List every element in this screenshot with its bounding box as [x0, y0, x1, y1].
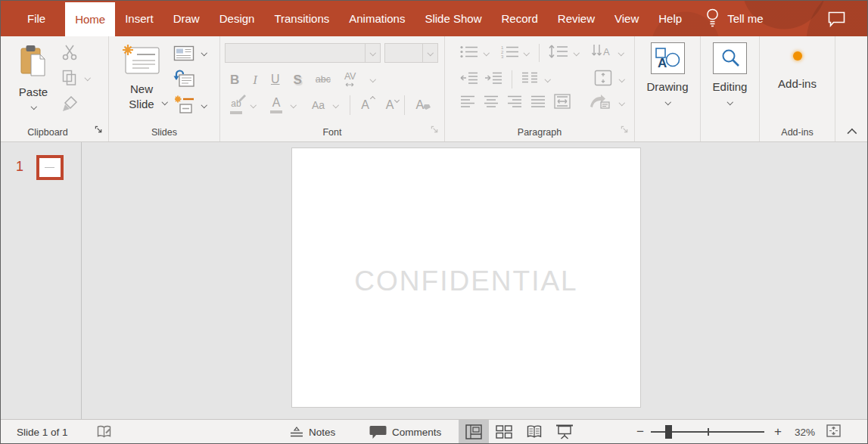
slide[interactable]: CONFIDENTIAL — [291, 147, 641, 408]
tab-help[interactable]: Help — [649, 1, 692, 36]
notes-label: Notes — [309, 427, 335, 438]
convert-to-smartart-button[interactable] — [589, 94, 610, 112]
slide-thumbnail[interactable] — [36, 155, 64, 180]
increase-indent-button[interactable] — [484, 71, 502, 88]
collapse-ribbon-chevron[interactable] — [847, 129, 857, 135]
section-dropdown-chevron[interactable] — [201, 103, 207, 107]
decrease-font-size-button[interactable]: A — [386, 99, 394, 111]
change-case-button[interactable]: Aa — [312, 100, 325, 110]
character-spacing-button[interactable]: AV — [344, 72, 356, 87]
highlight-chevron[interactable] — [250, 103, 257, 107]
columns-button[interactable] — [521, 71, 538, 88]
strikethrough-button[interactable]: abc — [316, 75, 331, 85]
paste-dropdown-chevron[interactable] — [30, 104, 37, 109]
align-text-chevron[interactable] — [618, 77, 625, 82]
tab-record[interactable]: Record — [491, 1, 547, 36]
bullets-chevron[interactable] — [483, 51, 490, 55]
tab-insert[interactable]: Insert — [115, 1, 163, 36]
align-right-button[interactable] — [507, 95, 522, 111]
powerpoint-window: File Home Insert Draw Design Transitions… — [0, 0, 868, 444]
slide-counter: Slide 1 of 1 — [17, 427, 68, 438]
character-spacing-chevron[interactable] — [369, 77, 376, 82]
zoom-out-button[interactable]: − — [636, 424, 644, 439]
smartart-chevron[interactable] — [618, 101, 625, 105]
italic-button[interactable]: I — [253, 73, 257, 86]
tab-view[interactable]: View — [605, 1, 649, 36]
tab-design[interactable]: Design — [210, 1, 265, 36]
tab-transitions[interactable]: Transitions — [264, 1, 339, 36]
copy-dropdown-chevron[interactable] — [84, 76, 91, 80]
drawing-chevron[interactable] — [664, 100, 671, 104]
clear-formatting-button[interactable]: A — [415, 98, 424, 112]
section-button[interactable] — [175, 95, 194, 118]
bold-button[interactable]: B — [230, 73, 239, 86]
tab-review[interactable]: Review — [548, 1, 605, 36]
clipboard-dialog-launcher[interactable] — [95, 123, 103, 137]
underline-button[interactable]: U — [271, 73, 280, 85]
comment-bubble-icon[interactable] — [828, 11, 846, 30]
font-size-combobox[interactable] — [384, 43, 438, 63]
zoom-in-button[interactable]: + — [774, 424, 782, 439]
tab-animations[interactable]: Animations — [339, 1, 415, 36]
increase-font-size-button[interactable]: A — [361, 99, 369, 111]
highlight-button[interactable]: ab — [230, 96, 242, 114]
cut-button[interactable] — [61, 44, 78, 64]
copy-button[interactable] — [62, 70, 77, 89]
font-name-combobox[interactable] — [225, 43, 381, 63]
tab-slide-show[interactable]: Slide Show — [415, 1, 491, 36]
font-color-button[interactable]: A — [270, 97, 282, 113]
notes-toggle[interactable]: Notes — [290, 420, 335, 444]
bullets-button[interactable] — [460, 45, 478, 62]
normal-view-button[interactable] — [459, 420, 489, 444]
ribbon: Paste Clipboard — [1, 36, 867, 142]
tell-me-label: Tell me — [727, 12, 764, 25]
slide-show-view-button[interactable] — [549, 420, 580, 444]
text-direction-chevron[interactable] — [618, 51, 624, 55]
comments-toggle[interactable]: Comments — [369, 420, 441, 444]
tab-file[interactable]: File — [17, 1, 55, 36]
addins-button-label: Add-ins — [778, 77, 817, 90]
paste-button[interactable]: Paste — [11, 42, 56, 109]
justify-button[interactable] — [530, 95, 546, 111]
editing-button[interactable]: Editing — [701, 42, 759, 104]
zoom-level[interactable]: 32% — [795, 427, 815, 438]
zoom-slider-handle[interactable] — [665, 425, 672, 439]
align-center-button[interactable] — [484, 95, 499, 111]
change-case-chevron[interactable] — [332, 103, 339, 107]
numbering-button[interactable]: 123 — [500, 45, 518, 62]
editing-chevron[interactable] — [726, 100, 733, 104]
font-dialog-launcher[interactable] — [431, 123, 439, 137]
line-spacing-button[interactable] — [549, 44, 568, 62]
tab-draw[interactable]: Draw — [163, 1, 210, 36]
fit-slide-to-window-button[interactable] — [826, 424, 841, 439]
line-spacing-chevron[interactable] — [573, 51, 580, 55]
layout-button[interactable] — [173, 45, 194, 64]
align-left-button[interactable] — [460, 95, 475, 111]
decrease-indent-button[interactable] — [460, 71, 478, 88]
font-size-dropdown-chevron[interactable] — [422, 44, 437, 62]
font-name-dropdown-chevron[interactable] — [365, 44, 380, 62]
format-painter-button[interactable] — [61, 95, 79, 116]
new-slide-button[interactable]: New Slide — [117, 41, 166, 111]
columns-chevron[interactable] — [544, 77, 551, 82]
text-shadow-button[interactable]: S — [294, 73, 302, 86]
ribbon-right-spacer — [835, 36, 867, 141]
new-slide-dropdown-chevron[interactable] — [161, 100, 168, 104]
reading-view-button[interactable] — [519, 420, 549, 444]
tell-me[interactable]: Tell me — [705, 1, 764, 36]
reset-button[interactable] — [173, 70, 194, 91]
slide-sorter-view-button[interactable] — [489, 420, 519, 444]
text-direction-button[interactable]: A — [592, 44, 613, 62]
distribute-button[interactable] — [554, 94, 571, 112]
tab-home[interactable]: Home — [65, 2, 115, 36]
addins-button[interactable]: Add-ins — [760, 51, 835, 90]
layout-dropdown-chevron[interactable] — [201, 51, 207, 55]
workspace: 1 CONFIDENTIAL — [1, 142, 867, 419]
align-text-button[interactable] — [594, 70, 612, 89]
paragraph-dialog-launcher[interactable] — [621, 123, 629, 137]
font-color-chevron[interactable] — [290, 103, 297, 107]
spell-check-button[interactable] — [96, 420, 113, 444]
zoom-slider[interactable] — [651, 426, 764, 438]
drawing-button[interactable]: A Drawing — [635, 42, 700, 104]
numbering-chevron[interactable] — [523, 51, 530, 55]
